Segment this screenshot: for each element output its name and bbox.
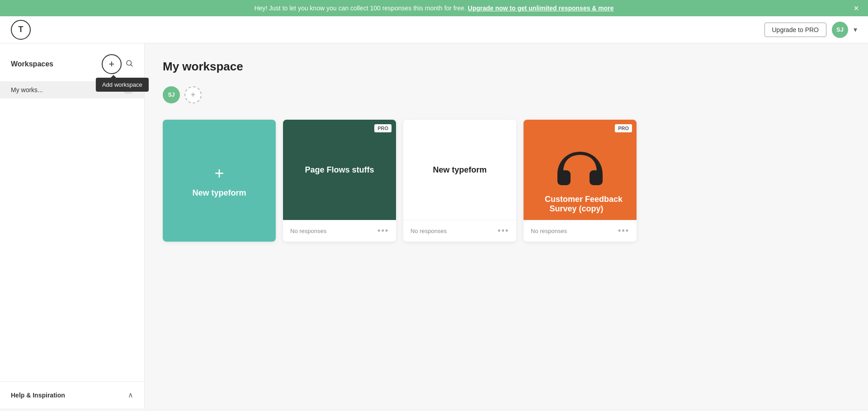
headphones-icon [555,149,605,190]
page-title: My workspace [163,60,850,74]
banner-close-button[interactable]: × [854,4,859,13]
pro-badge-feedback: PRO [615,124,632,132]
help-inspiration-section[interactable]: Help & Inspiration ∧ [0,381,144,408]
search-button[interactable] [125,59,133,70]
add-workspace-tooltip: Add workspace [96,78,149,92]
page-flows-menu-button[interactable]: ••• [377,226,389,236]
new-typeform-plain-title: New typeform [425,165,494,175]
sidebar-header: Workspaces + Add workspace [0,54,144,81]
add-workspace-button[interactable]: + [102,54,122,74]
new-typeform-plain-footer: No responses ••• [403,220,516,242]
user-menu-chevron[interactable]: ▾ [854,25,857,34]
page-flows-responses: No responses [290,228,326,234]
new-typeform-plain-card-image: New typeform [403,120,516,220]
new-typeform-card[interactable]: + New typeform [163,120,276,242]
customer-feedback-title: Customer Feedback Survey (copy) [538,195,623,213]
sidebar-top: Workspaces + Add workspace [0,43,144,98]
customer-feedback-responses: No responses [531,228,567,234]
workspaces-title: Workspaces [11,60,53,68]
logo[interactable]: T [11,20,31,40]
add-workspace-wrap: + Add workspace [102,54,122,74]
customer-feedback-menu-button[interactable]: ••• [618,226,629,236]
add-member-button[interactable]: + [184,86,202,103]
page-flows-card[interactable]: PRO Page Flows stuffs No responses ••• [283,120,396,242]
members-row: SJ + [163,86,850,103]
customer-feedback-card-image: PRO Customer Feedback Survey (copy) [524,120,637,220]
main-content: My workspace SJ + + New typeform PRO Pag… [145,43,868,408]
avatar[interactable]: SJ [832,22,848,38]
help-chevron-icon: ∧ [128,391,133,399]
page-flows-card-footer: No responses ••• [283,220,396,242]
header-right: Upgrade to PRO SJ ▾ [764,22,858,38]
svg-line-1 [131,65,132,66]
banner-text: Hey! Just to let you know you can collec… [254,5,466,12]
cards-grid: + New typeform PRO Page Flows stuffs No … [163,120,850,242]
new-typeform-plain-menu-button[interactable]: ••• [498,226,509,236]
customer-feedback-card[interactable]: PRO Customer Feedback Survey (copy) No r… [524,120,637,242]
new-typeform-plain-card[interactable]: New typeform No responses ••• [403,120,516,242]
upgrade-to-pro-button[interactable]: Upgrade to PRO [764,23,827,37]
pro-badge-page-flows: PRO [374,124,392,132]
sidebar: Workspaces + Add workspace [0,43,145,408]
upgrade-link[interactable]: Upgrade now to get unlimited responses &… [468,5,614,12]
new-typeform-label: New typeform [192,188,246,198]
page-flows-card-image: PRO Page Flows stuffs [283,120,396,220]
svg-point-0 [127,61,132,65]
main-layout: Workspaces + Add workspace [0,43,868,408]
workspace-item-label: My works... [11,86,43,93]
search-icon [125,59,133,67]
new-typeform-card-body: + New typeform [163,120,276,242]
new-typeform-plain-responses: No responses [410,228,447,234]
notification-banner: Hey! Just to let you know you can collec… [0,0,868,16]
member-avatar-sj[interactable]: SJ [163,86,180,103]
header: T Upgrade to PRO SJ ▾ [0,16,868,43]
sidebar-actions: + Add workspace [102,54,133,74]
customer-feedback-footer: No responses ••• [524,220,637,242]
help-label: Help & Inspiration [11,392,65,399]
plus-icon: + [214,164,224,183]
page-flows-title: Page Flows stuffs [297,165,381,175]
